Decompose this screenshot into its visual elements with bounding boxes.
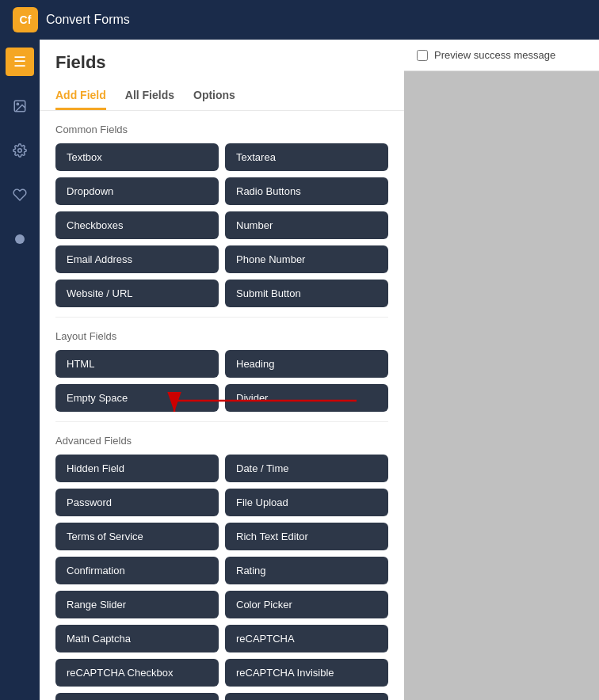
divider-layout-advanced bbox=[55, 421, 388, 422]
svg-point-2 bbox=[18, 149, 22, 153]
divider-common-layout bbox=[55, 317, 388, 318]
section-label-advanced: Advanced Fields bbox=[55, 435, 388, 447]
preview-area: Preview success message bbox=[404, 40, 599, 700]
preview-toolbar: Preview success message bbox=[404, 40, 599, 71]
sidebar-item-image[interactable] bbox=[6, 92, 34, 120]
field-html[interactable]: HTML bbox=[55, 350, 219, 378]
field-math-captcha[interactable]: Math Captcha bbox=[55, 625, 219, 652]
field-color-picker[interactable]: Color Picker bbox=[225, 591, 388, 618]
sidebar-item-list[interactable]: ☰ bbox=[6, 48, 34, 76]
fields-panel: Fields Add Field All Fields Options Comm… bbox=[40, 40, 404, 700]
tab-add-field[interactable]: Add Field bbox=[55, 82, 106, 110]
field-submit-button[interactable]: Submit Button bbox=[225, 280, 388, 307]
fields-header: Fields Add Field All Fields Options bbox=[40, 40, 404, 111]
field-number[interactable]: Number bbox=[225, 211, 388, 239]
preview-success-label: Preview success message bbox=[434, 49, 555, 61]
top-nav: Cf Convert Forms bbox=[0, 0, 599, 40]
field-hcaptcha[interactable]: hCaptcha bbox=[55, 693, 219, 700]
field-textarea[interactable]: Textarea bbox=[225, 143, 388, 171]
common-fields-grid: Textbox Textarea Dropdown Radio Buttons … bbox=[55, 143, 388, 307]
field-radio-buttons[interactable]: Radio Buttons bbox=[225, 177, 388, 205]
svg-point-3 bbox=[15, 234, 25, 244]
field-date-time[interactable]: Date / Time bbox=[225, 455, 388, 482]
field-terms-of-service[interactable]: Terms of Service bbox=[55, 523, 219, 550]
logo-box: Cf bbox=[13, 7, 38, 32]
field-password[interactable]: Password bbox=[55, 489, 219, 516]
main-layout: ☰ Fields Add F bbox=[0, 40, 599, 700]
sidebar: ☰ bbox=[0, 40, 40, 700]
field-recaptcha-checkbox[interactable]: reCAPTCHA Checkbox bbox=[55, 659, 219, 687]
field-phone-number[interactable]: Phone Number bbox=[225, 245, 388, 273]
section-label-layout: Layout Fields bbox=[55, 330, 388, 342]
tab-options[interactable]: Options bbox=[193, 82, 235, 110]
field-website-url[interactable]: Website / URL bbox=[55, 280, 219, 307]
field-dropdown[interactable]: Dropdown bbox=[55, 177, 219, 205]
advanced-fields-grid: Hidden Field Date / Time Password File U… bbox=[55, 455, 388, 700]
sidebar-item-circle[interactable] bbox=[6, 225, 34, 253]
field-hidden-field[interactable]: Hidden Field bbox=[55, 455, 219, 482]
tab-all-fields[interactable]: All Fields bbox=[125, 82, 174, 110]
field-file-upload[interactable]: File Upload bbox=[225, 489, 388, 516]
field-range-slider[interactable]: Range Slider bbox=[55, 591, 219, 618]
field-heading[interactable]: Heading bbox=[225, 350, 388, 378]
logo-text: Cf bbox=[20, 13, 32, 26]
sidebar-item-plugin[interactable] bbox=[6, 181, 34, 209]
field-checkboxes[interactable]: Checkboxes bbox=[55, 211, 219, 239]
field-email-address[interactable]: Email Address bbox=[55, 245, 219, 273]
field-signature[interactable]: Signature bbox=[225, 693, 388, 700]
field-rating[interactable]: Rating bbox=[225, 557, 388, 584]
field-recaptcha[interactable]: reCAPTCHA bbox=[225, 625, 388, 652]
tabs: Add Field All Fields Options bbox=[55, 82, 388, 110]
svg-point-1 bbox=[17, 103, 18, 105]
fields-content: Common Fields Textbox Textarea Dropdown … bbox=[40, 111, 404, 700]
field-rich-text-editor[interactable]: Rich Text Editor bbox=[225, 523, 388, 550]
layout-fields-grid: HTML Heading Empty Space Divider bbox=[55, 350, 388, 412]
app-name: Convert Forms bbox=[46, 13, 130, 27]
preview-success-checkbox[interactable] bbox=[417, 50, 428, 61]
field-recaptcha-invisible[interactable]: reCAPTCHA Invisible bbox=[225, 659, 388, 687]
section-label-common: Common Fields bbox=[55, 124, 388, 135]
field-confirmation[interactable]: Confirmation bbox=[55, 557, 219, 584]
sidebar-item-gear[interactable] bbox=[6, 136, 34, 165]
fields-title: Fields bbox=[55, 52, 388, 73]
field-empty-space[interactable]: Empty Space bbox=[55, 384, 219, 412]
field-divider[interactable]: Divider bbox=[225, 384, 388, 412]
field-textbox[interactable]: Textbox bbox=[55, 143, 219, 171]
